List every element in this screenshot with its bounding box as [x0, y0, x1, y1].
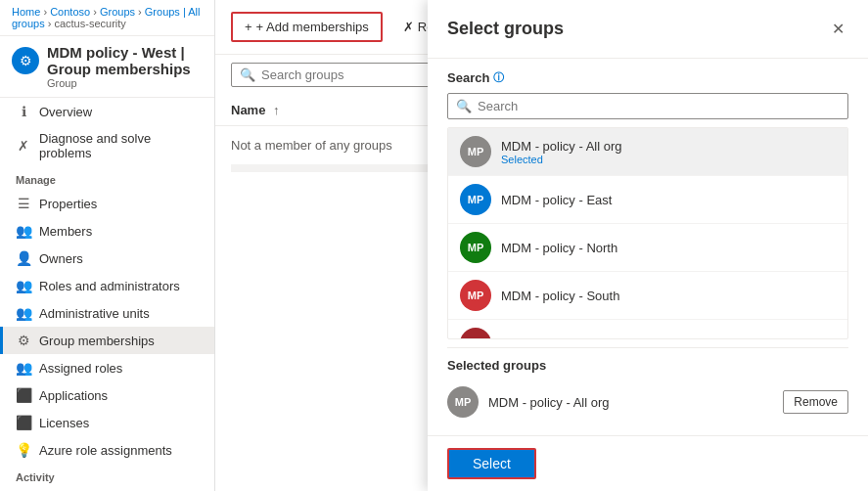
- page-icon: ⚙: [12, 47, 39, 74]
- group-item-south[interactable]: MP MDM - policy - South: [448, 272, 847, 320]
- sidebar-label-admin-units: Administrative units: [39, 306, 150, 321]
- sidebar-label-licenses: Licenses: [39, 416, 89, 430]
- breadcrumb-contoso[interactable]: Contoso: [50, 6, 90, 18]
- members-icon: 👥: [16, 223, 31, 239]
- selected-avatar-all-org: MP: [447, 386, 479, 418]
- plus-icon: +: [245, 20, 252, 34]
- sidebar-label-owners: Owners: [39, 251, 83, 266]
- panel-title: Select groups: [447, 19, 564, 39]
- breadcrumb-groups[interactable]: Groups: [100, 6, 135, 18]
- remove-selected-button[interactable]: Remove: [783, 390, 848, 414]
- group-item-west[interactable]: MP MDM - policy - West: [448, 320, 847, 339]
- page-title: MDM policy - West | Group memberships: [47, 44, 203, 77]
- diagnose-icon: ✗: [16, 138, 31, 154]
- panel-search-label: Search ⓘ: [447, 70, 848, 85]
- sidebar-label-diagnose: Diagnose and solve problems: [39, 131, 199, 160]
- add-memberships-button[interactable]: + + Add memberships: [231, 12, 383, 42]
- sidebar-label-properties: Properties: [39, 197, 97, 211]
- azure-roles-icon: 💡: [16, 442, 31, 458]
- group-memberships-icon: ⚙: [16, 333, 31, 348]
- breadcrumb-current: cactus-security: [54, 18, 125, 29]
- sidebar-label-members: Members: [39, 224, 92, 239]
- group-status-all-org: Selected: [501, 154, 836, 165]
- licenses-icon: ⬛: [16, 415, 31, 430]
- select-button[interactable]: Select: [447, 448, 536, 479]
- breadcrumb-home[interactable]: Home: [12, 6, 40, 18]
- group-avatar-south: MP: [460, 280, 491, 311]
- activity-section-label: Activity: [0, 464, 214, 487]
- sidebar-label-roles: Roles and administrators: [39, 279, 180, 293]
- search-info-icon: ⓘ: [493, 70, 504, 85]
- sidebar-label-assigned-roles: Assigned roles: [39, 361, 122, 376]
- group-name-east: MDM - policy - East: [501, 193, 836, 207]
- sidebar-item-assigned-roles[interactable]: 👥 Assigned roles: [0, 354, 214, 381]
- selected-item-all-org: MP MDM - policy - All org Remove: [447, 380, 848, 424]
- manage-section-label: Manage: [0, 166, 214, 190]
- select-groups-panel: Select groups ✕ Search ⓘ 🔍 MP MDM - poli…: [428, 0, 868, 491]
- add-button-label: + Add memberships: [256, 20, 369, 34]
- group-name-south: MDM - policy - South: [501, 289, 836, 303]
- sidebar-label-azure-roles: Azure role assignments: [39, 443, 172, 458]
- panel-close-button[interactable]: ✕: [828, 16, 848, 42]
- info-icon: ℹ: [16, 104, 31, 119]
- sidebar-item-licenses[interactable]: ⬛ Licenses: [0, 409, 214, 436]
- assigned-roles-icon: 👥: [16, 360, 31, 376]
- group-avatar-east: MP: [460, 184, 491, 215]
- panel-search-box: 🔍: [447, 93, 848, 119]
- sidebar-item-group-memberships[interactable]: ⚙ Group memberships: [0, 327, 214, 354]
- sidebar-item-diagnose[interactable]: ✗ Diagnose and solve problems: [0, 125, 214, 166]
- group-list: MP MDM - policy - All org Selected MP MD…: [447, 127, 848, 339]
- sidebar-item-azure-roles[interactable]: 💡 Azure role assignments: [0, 436, 214, 464]
- group-item-north[interactable]: MP MDM - policy - North: [448, 224, 847, 272]
- page-subtitle: Group: [47, 77, 203, 89]
- group-avatar-north: MP: [460, 232, 491, 263]
- sidebar-item-applications[interactable]: ⬛ Applications: [0, 381, 214, 409]
- sidebar-item-roles[interactable]: 👥 Roles and administrators: [0, 272, 214, 299]
- group-name-west: MDM - policy - West: [501, 336, 836, 340]
- sidebar-item-members[interactable]: 👥 Members: [0, 217, 214, 245]
- search-icon: 🔍: [240, 67, 255, 82]
- applications-icon: ⬛: [16, 387, 31, 403]
- roles-icon: 👥: [16, 278, 31, 293]
- panel-header: Select groups ✕: [428, 0, 868, 59]
- group-item-all-org[interactable]: MP MDM - policy - All org Selected: [448, 128, 847, 176]
- group-avatar-west: MP: [460, 328, 491, 339]
- panel-search-icon: 🔍: [456, 99, 472, 113]
- remove-icon: ✗: [403, 20, 414, 34]
- panel-footer: Select: [428, 435, 868, 491]
- selected-item-name: MDM - policy - All org: [488, 395, 773, 410]
- selected-groups-section: Selected groups MP MDM - policy - All or…: [447, 347, 848, 424]
- properties-icon: ☰: [16, 196, 31, 211]
- breadcrumb: Home › Contoso › Groups › Groups | All g…: [0, 0, 214, 36]
- sidebar-item-owners[interactable]: 👤 Owners: [0, 245, 214, 272]
- sidebar-label-applications: Applications: [39, 388, 108, 403]
- sort-icon[interactable]: ↑: [273, 103, 280, 117]
- sidebar-label-overview: Overview: [39, 105, 92, 119]
- group-item-east[interactable]: MP MDM - policy - East: [448, 176, 847, 224]
- admin-units-icon: 👥: [16, 305, 31, 321]
- sidebar-label-group-memberships: Group memberships: [39, 334, 155, 348]
- panel-search-input[interactable]: [478, 99, 840, 113]
- owners-icon: 👤: [16, 250, 31, 266]
- sidebar-item-admin-units[interactable]: 👥 Administrative units: [0, 299, 214, 327]
- selected-groups-label: Selected groups: [447, 358, 848, 373]
- sidebar-item-privileged-access[interactable]: 👥 Privileged access (Preview): [0, 487, 214, 491]
- page-title-area: ⚙ MDM policy - West | Group memberships …: [0, 36, 214, 98]
- group-avatar-all-org: MP: [460, 136, 491, 167]
- sidebar-item-properties[interactable]: ☰ Properties: [0, 190, 214, 217]
- group-name-all-org: MDM - policy - All org: [501, 139, 836, 154]
- group-name-north: MDM - policy - North: [501, 241, 836, 255]
- sidebar: Home › Contoso › Groups › Groups | All g…: [0, 0, 215, 491]
- panel-body: Search ⓘ 🔍 MP MDM - policy - All org Sel…: [428, 59, 868, 435]
- sidebar-item-overview[interactable]: ℹ Overview: [0, 98, 214, 125]
